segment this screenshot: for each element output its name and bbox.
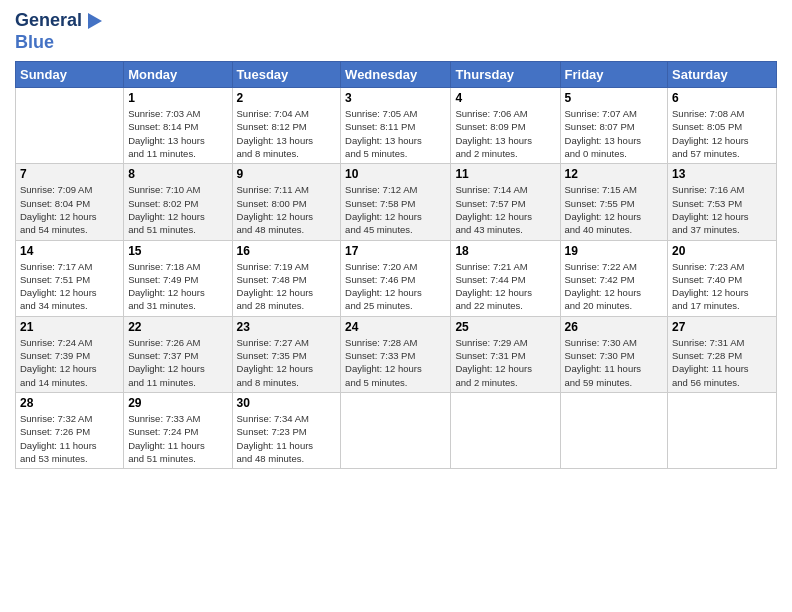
calendar-week-row: 28Sunrise: 7:32 AM Sunset: 7:26 PM Dayli… <box>16 392 777 468</box>
calendar-table: SundayMondayTuesdayWednesdayThursdayFrid… <box>15 61 777 469</box>
day-number: 7 <box>20 167 119 181</box>
day-info: Sunrise: 7:34 AM Sunset: 7:23 PM Dayligh… <box>237 412 337 465</box>
day-info: Sunrise: 7:19 AM Sunset: 7:48 PM Dayligh… <box>237 260 337 313</box>
day-number: 19 <box>565 244 664 258</box>
calendar-cell: 4Sunrise: 7:06 AM Sunset: 8:09 PM Daylig… <box>451 88 560 164</box>
svg-marker-0 <box>88 13 102 29</box>
day-info: Sunrise: 7:21 AM Sunset: 7:44 PM Dayligh… <box>455 260 555 313</box>
day-info: Sunrise: 7:04 AM Sunset: 8:12 PM Dayligh… <box>237 107 337 160</box>
day-info: Sunrise: 7:31 AM Sunset: 7:28 PM Dayligh… <box>672 336 772 389</box>
day-number: 17 <box>345 244 446 258</box>
day-number: 15 <box>128 244 227 258</box>
logo-text-blue: Blue <box>15 32 54 54</box>
calendar-week-row: 14Sunrise: 7:17 AM Sunset: 7:51 PM Dayli… <box>16 240 777 316</box>
calendar-cell: 9Sunrise: 7:11 AM Sunset: 8:00 PM Daylig… <box>232 164 341 240</box>
calendar-cell: 21Sunrise: 7:24 AM Sunset: 7:39 PM Dayli… <box>16 316 124 392</box>
calendar-cell: 10Sunrise: 7:12 AM Sunset: 7:58 PM Dayli… <box>341 164 451 240</box>
calendar-cell <box>451 392 560 468</box>
calendar-cell: 30Sunrise: 7:34 AM Sunset: 7:23 PM Dayli… <box>232 392 341 468</box>
day-number: 24 <box>345 320 446 334</box>
calendar-cell <box>16 88 124 164</box>
calendar-cell: 25Sunrise: 7:29 AM Sunset: 7:31 PM Dayli… <box>451 316 560 392</box>
calendar-cell: 8Sunrise: 7:10 AM Sunset: 8:02 PM Daylig… <box>124 164 232 240</box>
calendar-cell <box>668 392 777 468</box>
day-number: 2 <box>237 91 337 105</box>
day-number: 30 <box>237 396 337 410</box>
col-header-saturday: Saturday <box>668 62 777 88</box>
calendar-cell: 27Sunrise: 7:31 AM Sunset: 7:28 PM Dayli… <box>668 316 777 392</box>
logo: General Blue <box>15 10 104 53</box>
day-number: 27 <box>672 320 772 334</box>
day-number: 10 <box>345 167 446 181</box>
day-info: Sunrise: 7:33 AM Sunset: 7:24 PM Dayligh… <box>128 412 227 465</box>
calendar-cell: 12Sunrise: 7:15 AM Sunset: 7:55 PM Dayli… <box>560 164 668 240</box>
day-info: Sunrise: 7:24 AM Sunset: 7:39 PM Dayligh… <box>20 336 119 389</box>
day-info: Sunrise: 7:12 AM Sunset: 7:58 PM Dayligh… <box>345 183 446 236</box>
calendar-cell: 26Sunrise: 7:30 AM Sunset: 7:30 PM Dayli… <box>560 316 668 392</box>
day-number: 4 <box>455 91 555 105</box>
logo-text-general: General <box>15 10 82 32</box>
day-info: Sunrise: 7:06 AM Sunset: 8:09 PM Dayligh… <box>455 107 555 160</box>
day-info: Sunrise: 7:20 AM Sunset: 7:46 PM Dayligh… <box>345 260 446 313</box>
day-info: Sunrise: 7:23 AM Sunset: 7:40 PM Dayligh… <box>672 260 772 313</box>
day-info: Sunrise: 7:10 AM Sunset: 8:02 PM Dayligh… <box>128 183 227 236</box>
day-number: 3 <box>345 91 446 105</box>
calendar-cell: 11Sunrise: 7:14 AM Sunset: 7:57 PM Dayli… <box>451 164 560 240</box>
day-info: Sunrise: 7:03 AM Sunset: 8:14 PM Dayligh… <box>128 107 227 160</box>
day-info: Sunrise: 7:11 AM Sunset: 8:00 PM Dayligh… <box>237 183 337 236</box>
col-header-monday: Monday <box>124 62 232 88</box>
day-number: 26 <box>565 320 664 334</box>
day-number: 16 <box>237 244 337 258</box>
day-number: 29 <box>128 396 227 410</box>
col-header-friday: Friday <box>560 62 668 88</box>
calendar-week-row: 1Sunrise: 7:03 AM Sunset: 8:14 PM Daylig… <box>16 88 777 164</box>
day-info: Sunrise: 7:30 AM Sunset: 7:30 PM Dayligh… <box>565 336 664 389</box>
col-header-tuesday: Tuesday <box>232 62 341 88</box>
calendar-cell: 1Sunrise: 7:03 AM Sunset: 8:14 PM Daylig… <box>124 88 232 164</box>
day-info: Sunrise: 7:29 AM Sunset: 7:31 PM Dayligh… <box>455 336 555 389</box>
calendar-cell <box>560 392 668 468</box>
day-number: 11 <box>455 167 555 181</box>
day-number: 18 <box>455 244 555 258</box>
day-number: 20 <box>672 244 772 258</box>
calendar-cell: 2Sunrise: 7:04 AM Sunset: 8:12 PM Daylig… <box>232 88 341 164</box>
calendar-cell: 14Sunrise: 7:17 AM Sunset: 7:51 PM Dayli… <box>16 240 124 316</box>
day-number: 22 <box>128 320 227 334</box>
day-info: Sunrise: 7:07 AM Sunset: 8:07 PM Dayligh… <box>565 107 664 160</box>
day-number: 9 <box>237 167 337 181</box>
day-info: Sunrise: 7:26 AM Sunset: 7:37 PM Dayligh… <box>128 336 227 389</box>
day-info: Sunrise: 7:14 AM Sunset: 7:57 PM Dayligh… <box>455 183 555 236</box>
calendar-cell: 29Sunrise: 7:33 AM Sunset: 7:24 PM Dayli… <box>124 392 232 468</box>
day-number: 14 <box>20 244 119 258</box>
page-header: General Blue <box>15 10 777 53</box>
calendar-week-row: 21Sunrise: 7:24 AM Sunset: 7:39 PM Dayli… <box>16 316 777 392</box>
day-info: Sunrise: 7:15 AM Sunset: 7:55 PM Dayligh… <box>565 183 664 236</box>
day-number: 13 <box>672 167 772 181</box>
calendar-cell: 17Sunrise: 7:20 AM Sunset: 7:46 PM Dayli… <box>341 240 451 316</box>
day-info: Sunrise: 7:09 AM Sunset: 8:04 PM Dayligh… <box>20 183 119 236</box>
calendar-cell: 18Sunrise: 7:21 AM Sunset: 7:44 PM Dayli… <box>451 240 560 316</box>
calendar-cell: 19Sunrise: 7:22 AM Sunset: 7:42 PM Dayli… <box>560 240 668 316</box>
day-number: 12 <box>565 167 664 181</box>
day-number: 28 <box>20 396 119 410</box>
day-info: Sunrise: 7:22 AM Sunset: 7:42 PM Dayligh… <box>565 260 664 313</box>
calendar-cell: 22Sunrise: 7:26 AM Sunset: 7:37 PM Dayli… <box>124 316 232 392</box>
calendar-cell: 20Sunrise: 7:23 AM Sunset: 7:40 PM Dayli… <box>668 240 777 316</box>
calendar-cell: 28Sunrise: 7:32 AM Sunset: 7:26 PM Dayli… <box>16 392 124 468</box>
day-number: 21 <box>20 320 119 334</box>
calendar-cell: 15Sunrise: 7:18 AM Sunset: 7:49 PM Dayli… <box>124 240 232 316</box>
day-info: Sunrise: 7:28 AM Sunset: 7:33 PM Dayligh… <box>345 336 446 389</box>
col-header-thursday: Thursday <box>451 62 560 88</box>
calendar-cell <box>341 392 451 468</box>
day-number: 6 <box>672 91 772 105</box>
calendar-cell: 5Sunrise: 7:07 AM Sunset: 8:07 PM Daylig… <box>560 88 668 164</box>
calendar-cell: 7Sunrise: 7:09 AM Sunset: 8:04 PM Daylig… <box>16 164 124 240</box>
col-header-wednesday: Wednesday <box>341 62 451 88</box>
calendar-cell: 6Sunrise: 7:08 AM Sunset: 8:05 PM Daylig… <box>668 88 777 164</box>
col-header-sunday: Sunday <box>16 62 124 88</box>
calendar-cell: 24Sunrise: 7:28 AM Sunset: 7:33 PM Dayli… <box>341 316 451 392</box>
calendar-week-row: 7Sunrise: 7:09 AM Sunset: 8:04 PM Daylig… <box>16 164 777 240</box>
calendar-cell: 3Sunrise: 7:05 AM Sunset: 8:11 PM Daylig… <box>341 88 451 164</box>
day-info: Sunrise: 7:05 AM Sunset: 8:11 PM Dayligh… <box>345 107 446 160</box>
day-info: Sunrise: 7:08 AM Sunset: 8:05 PM Dayligh… <box>672 107 772 160</box>
